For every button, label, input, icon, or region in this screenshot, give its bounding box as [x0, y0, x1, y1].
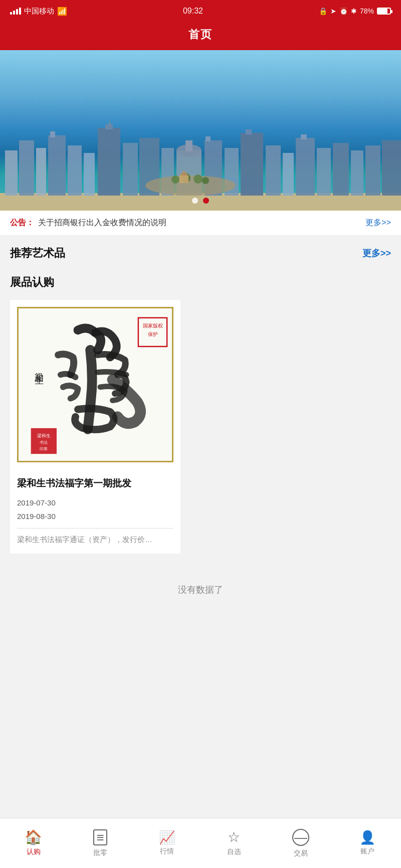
svg-rect-24	[283, 153, 294, 196]
svg-rect-9	[98, 128, 120, 196]
calligraphy-svg: 梁和生 国家版权 保护 梁和生 书法 印章	[19, 308, 172, 461]
svg-rect-5	[48, 135, 66, 196]
star-icon: ☆	[228, 830, 240, 844]
product-end-date: 2019-08-30	[17, 509, 173, 523]
svg-point-36	[202, 177, 209, 184]
nav-item-watchlist[interactable]: ☆ 自选	[200, 825, 267, 861]
svg-rect-37	[179, 176, 188, 183]
no-data-text: 没有数据了	[178, 585, 223, 595]
svg-rect-4	[36, 148, 46, 196]
svg-rect-31	[382, 140, 401, 196]
trade-icon: —	[292, 829, 309, 846]
nav-item-account[interactable]: 👤 账户	[334, 826, 401, 861]
nav-label-account: 账户	[360, 847, 374, 856]
svg-rect-17	[185, 140, 192, 151]
battery-icon	[377, 8, 391, 15]
svg-text:印章: 印章	[40, 447, 48, 451]
nav-label-market: 行情	[160, 847, 174, 856]
product-title: 梁和生书法福字第一期批发	[17, 476, 173, 491]
status-right: 🔒 ➤ ⏰ ✱ 78%	[319, 7, 391, 15]
status-bar: 中国移动 📶 09:32 🔒 ➤ ⏰ ✱ 78%	[0, 0, 401, 22]
svg-rect-6	[50, 131, 55, 137]
svg-text:书法: 书法	[40, 440, 48, 445]
product-desc: 梁和生书法福字通证（资产），发行价…	[17, 534, 173, 546]
menu-icon: ≡	[93, 829, 107, 845]
product-image: 梁和生 国家版权 保护 梁和生 书法 印章	[17, 307, 173, 462]
wifi-icon: 📶	[57, 7, 67, 16]
account-icon: 👤	[359, 831, 375, 844]
bottom-spacer	[0, 616, 401, 666]
announcement-more[interactable]: 更多>>	[365, 218, 391, 228]
svg-rect-19	[206, 136, 211, 141]
product-list: 梁和生 国家版权 保护 梁和生 书法 印章 梁和生书法福字第一期批发 2019-…	[0, 295, 401, 564]
product-divider	[17, 528, 173, 529]
page-title: 首页	[188, 27, 213, 42]
banner-dot-2[interactable]	[203, 198, 209, 204]
lock-icon: 🔒	[319, 7, 327, 15]
home-icon: 🏠	[25, 830, 42, 844]
announcement-bar: 公告： 关于招商银行出入金收费情况的说明 更多>>	[0, 211, 401, 236]
nav-item-trade[interactable]: — 交易	[267, 824, 334, 863]
carrier-label: 中国移动	[24, 7, 54, 16]
alarm-icon: ⏰	[339, 7, 348, 15]
svg-rect-23	[266, 145, 281, 196]
svg-text:保护: 保护	[148, 331, 158, 337]
svg-rect-2	[5, 150, 18, 196]
svg-rect-3	[19, 140, 34, 196]
location-icon: ➤	[330, 7, 336, 15]
nav-label-watchlist: 自选	[227, 847, 241, 856]
svg-rect-27	[317, 148, 331, 196]
exhibition-section-header: 展品认购	[0, 266, 401, 295]
recommend-title: 推荐艺术品	[10, 246, 65, 261]
exhibition-title: 展品认购	[10, 276, 54, 288]
svg-rect-21	[241, 133, 263, 196]
product-card[interactable]: 梁和生 国家版权 保护 梁和生 书法 印章 梁和生书法福字第一期批发 2019-…	[10, 300, 180, 554]
svg-rect-12	[123, 143, 138, 196]
nav-label-wholesale: 批零	[93, 848, 107, 857]
nav-label-subscribe: 认购	[27, 847, 41, 856]
nav-item-subscribe[interactable]: 🏠 认购	[0, 825, 67, 861]
signal-icon	[10, 8, 21, 15]
bottom-nav: 🏠 认购 ≡ 批零 📈 行情 ☆ 自选 — 交易 👤 账户	[0, 818, 401, 868]
battery-label: 78%	[360, 7, 374, 15]
nav-label-trade: 交易	[294, 849, 308, 858]
banner-dots	[0, 198, 401, 204]
city-skyline	[0, 120, 401, 211]
chart-icon: 📈	[159, 831, 175, 844]
svg-rect-8	[84, 153, 95, 196]
svg-point-33	[171, 176, 179, 184]
status-left: 中国移动 📶	[10, 7, 67, 16]
svg-rect-30	[365, 145, 380, 196]
banner[interactable]	[0, 50, 401, 211]
svg-rect-7	[68, 145, 82, 196]
status-time: 09:32	[183, 7, 203, 16]
no-data-section: 没有数据了	[0, 564, 401, 616]
svg-point-32	[145, 176, 236, 196]
announcement-text: 关于招商银行出入金收费情况的说明	[38, 218, 166, 228]
svg-rect-22	[246, 129, 252, 134]
svg-rect-26	[301, 134, 307, 139]
bluetooth-icon: ✱	[351, 7, 357, 15]
nav-item-market[interactable]: 📈 行情	[134, 826, 200, 861]
svg-point-35	[193, 175, 203, 184]
product-info: 梁和生书法福字第一期批发 2019-07-30 2019-08-30 梁和生书法…	[10, 469, 180, 554]
svg-rect-28	[333, 143, 349, 196]
product-start-date: 2019-07-30	[17, 496, 173, 509]
svg-rect-11	[109, 121, 110, 125]
announcement-tag: 公告：	[10, 218, 34, 228]
svg-text:国家版权: 国家版权	[143, 323, 163, 328]
svg-text:梁和生: 梁和生	[37, 433, 51, 438]
svg-rect-10	[105, 124, 113, 129]
product-dates: 2019-07-30 2019-08-30	[17, 496, 173, 523]
app-header: 首页	[0, 22, 401, 50]
recommend-section-header: 推荐艺术品 更多>>	[0, 236, 401, 266]
recommend-more[interactable]: 更多>>	[362, 247, 391, 259]
announcement-content: 公告： 关于招商银行出入金收费情况的说明	[10, 218, 166, 228]
svg-rect-29	[351, 150, 363, 196]
banner-dot-1[interactable]	[192, 198, 198, 204]
nav-item-wholesale[interactable]: ≡ 批零	[67, 824, 133, 862]
svg-rect-25	[296, 138, 315, 196]
